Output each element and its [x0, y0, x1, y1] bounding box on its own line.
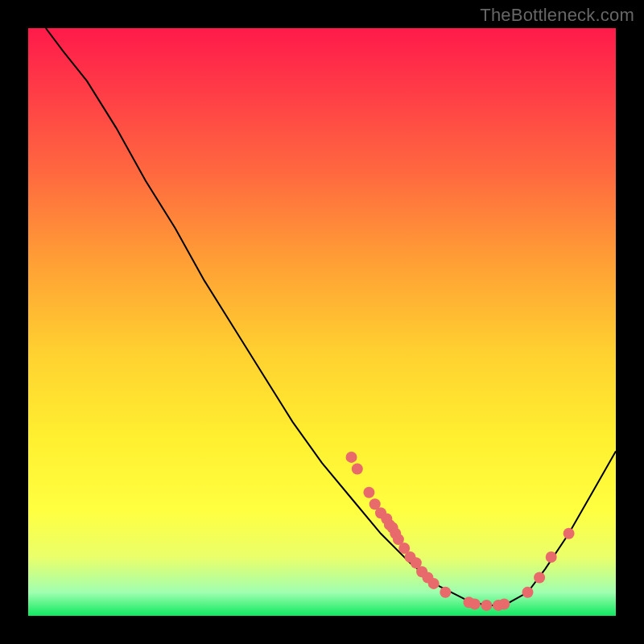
- scatter-point: [469, 598, 481, 609]
- scatter-point: [522, 587, 534, 598]
- scatter-point: [346, 452, 357, 463]
- scatter-point: [352, 464, 363, 475]
- plot-area: [28, 28, 616, 616]
- bottleneck-curve: [46, 28, 616, 605]
- scatter-point: [534, 572, 545, 584]
- scatter-point: [546, 551, 557, 563]
- curve-path: [46, 28, 616, 605]
- scatter-point: [498, 598, 510, 609]
- scatter-points: [346, 452, 575, 611]
- scatter-point: [440, 587, 451, 598]
- scatter-point: [564, 528, 575, 539]
- scatter-point: [363, 487, 374, 498]
- scatter-point: [481, 600, 492, 611]
- chart-container: TheBottleneck.com: [0, 0, 644, 644]
- scatter-point: [428, 578, 440, 589]
- watermark-text: TheBottleneck.com: [480, 5, 634, 26]
- chart-svg: [28, 28, 616, 616]
